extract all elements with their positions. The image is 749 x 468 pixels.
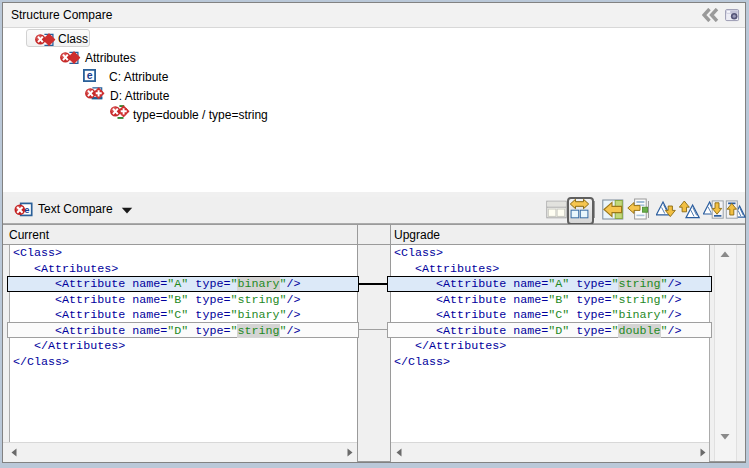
svg-text:e: e	[87, 69, 93, 81]
svg-text:e: e	[24, 204, 29, 215]
